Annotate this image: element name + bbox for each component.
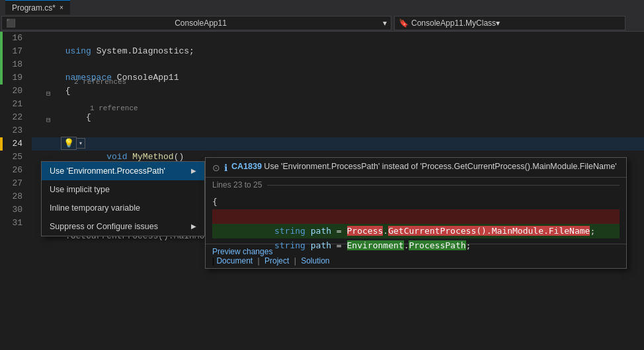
file-nav-dropdown[interactable]: ⬛ ConsoleApp11 ▾ (1, 16, 391, 30)
file-nav-icon: ⬛ (6, 18, 16, 28)
line-num-19: 19 (0, 71, 26, 85)
line-num-16: 16 (0, 32, 26, 45)
yellow-change-bar (0, 137, 3, 151)
hl-old-getcurrentprocess: GetCurrentProcess().MainModule.FileName (388, 226, 590, 236)
file-nav-chevron: ▾ (383, 18, 387, 28)
code-line-20: 2 references ⊟ class MyClass (32, 85, 644, 98)
menu-item-suppress-configure[interactable]: Suppress or Configure issues ▶ (42, 217, 204, 236)
hl-old-process: Process (347, 226, 383, 236)
project-link[interactable]: Project (264, 256, 289, 265)
line-num-30: 30 (0, 203, 26, 217)
line-num-25: 25 (0, 151, 26, 164)
tab-area: Program.cs* × (5, 0, 70, 15)
tooltip-header: ⊙ ℹ CA1839 Use 'Environment.ProcessPath'… (206, 158, 626, 178)
member-nav-chevron: ▾ (496, 18, 500, 28)
tooltip-message: Use 'Environment.ProcessPath' instead of… (262, 162, 617, 171)
lightbulb-dropdown[interactable]: ▾ (77, 138, 85, 149)
tab-close-icon[interactable]: × (60, 4, 63, 11)
menu-item-label-1: Use implicit type (50, 180, 110, 199)
tooltip-info-icon: ℹ (224, 162, 227, 173)
tooltip-popup: ⊙ ℹ CA1839 Use 'Environment.ProcessPath'… (205, 157, 627, 269)
code-line-22: 1 reference ⊟ void MyMethod() (32, 111, 644, 124)
line-num-26: 26 (0, 164, 26, 177)
member-nav-icon: 🔖 (399, 18, 409, 28)
menu-item-label-2: Inline temporary variable (50, 199, 140, 217)
line-num-23: 23 (0, 124, 26, 137)
tooltip-ca-code: CA1839 (231, 162, 262, 171)
editor-area: 16 17 18 19 20 21 22 23 24 25 26 27 28 3… (0, 32, 644, 350)
line-num-27: 27 (0, 177, 26, 190)
code-line-23: { (32, 124, 644, 137)
line-num-18: 18 (0, 58, 26, 71)
code-line-17 (32, 45, 644, 58)
member-nav-dropdown[interactable]: 🔖 ConsoleApp11.MyClass ▾ (394, 16, 625, 30)
tooltip-lines-label: Lines 23 to 25 (206, 178, 626, 192)
menu-item-label-3: Suppress or Configure issues (50, 217, 158, 236)
code-line-24: string path = Process .GetCurrentProcess… (32, 137, 644, 151)
context-menu: Use 'Environment.ProcessPath' ▶ Use impl… (41, 161, 205, 236)
tooltip-expand-icon[interactable]: ⊙ (212, 162, 220, 173)
line-num-28: 28 (0, 190, 26, 203)
green-change-bar (0, 32, 3, 85)
menu-item-implicit-type[interactable]: Use implicit type (42, 180, 204, 199)
preview-line-old: string path = Process.GetCurrentProcess(… (212, 209, 620, 224)
nav-bar: ⬛ ConsoleApp11 ▾ 🔖 ConsoleApp11.MyClass … (0, 15, 644, 32)
lightbulb-icon[interactable]: 💡 (61, 137, 77, 150)
title-bar: Program.cs* × (0, 0, 644, 15)
line-num-21: 21 (0, 98, 26, 111)
hl-new-environment: Environment (347, 240, 404, 250)
program-tab[interactable]: Program.cs* × (5, 0, 70, 15)
line-number-gutter: 16 17 18 19 20 21 22 23 24 25 26 27 28 3… (0, 32, 32, 350)
line-num-20: 20 (0, 85, 26, 98)
code-preview: { string path = Process.GetCurrentProces… (206, 192, 626, 244)
line-num-17: 17 (0, 45, 26, 58)
menu-arrow-0: ▶ (191, 162, 196, 180)
member-nav-label: ConsoleApp11.MyClass (411, 18, 496, 28)
document-link[interactable]: Document (216, 256, 253, 265)
preview-changes-link[interactable]: Preview changes (212, 247, 272, 256)
code-line-16: using System.Diagnostics; (32, 32, 644, 45)
line-num-24: 24 (0, 137, 26, 151)
code-line-18: namespace ConsoleApp11 (32, 58, 644, 71)
tab-label: Program.cs* (12, 3, 56, 13)
hl-new-processpath: ProcessPath (409, 240, 465, 250)
file-nav-label: ConsoleApp11 (175, 18, 227, 28)
ref-hint-1: 1 reference (90, 102, 138, 115)
ref-hint-2: 2 references (74, 75, 126, 88)
line-num-22: 22 (0, 111, 26, 124)
menu-item-environment-processpath[interactable]: Use 'Environment.ProcessPath' ▶ (42, 162, 204, 180)
menu-item-label-0: Use 'Environment.ProcessPath' (50, 162, 165, 180)
solution-link[interactable]: Solution (301, 256, 329, 265)
line-num-31: 31 (0, 217, 26, 230)
menu-item-inline-temp[interactable]: Inline temporary variable (42, 199, 204, 217)
menu-arrow-3: ▶ (191, 217, 196, 236)
preview-line-brace: { (212, 195, 620, 209)
lightbulb-container[interactable]: 💡 ▾ (61, 137, 85, 150)
